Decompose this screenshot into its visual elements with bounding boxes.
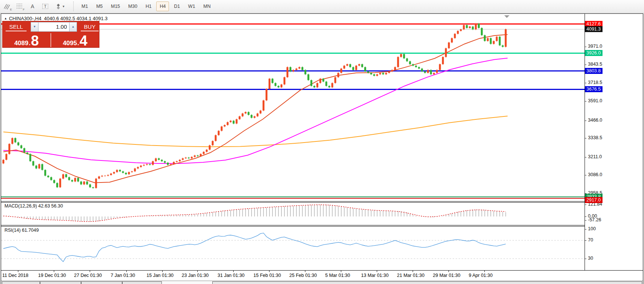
- chart-tab[interactable]: [212, 281, 642, 284]
- price-axis-label: 3971.0: [588, 44, 602, 49]
- candle-body: [385, 73, 387, 74]
- candle-body: [62, 174, 64, 179]
- candle-body: [287, 67, 289, 77]
- time-axis-tick: [449, 271, 449, 272]
- price-axis-tick: [585, 138, 586, 138]
- candle-body: [209, 145, 211, 150]
- price-axis-tick: [585, 229, 586, 230]
- timeframe-button-w1[interactable]: W1: [185, 1, 198, 11]
- macd-indicator-label: MACD(12,26,9) 42.63 56.30: [4, 203, 63, 209]
- buy-button[interactable]: BUY: [81, 24, 99, 31]
- timeframe-button-h1[interactable]: H1: [142, 1, 155, 11]
- rsi-pane[interactable]: [1, 227, 585, 270]
- timeframe-button-m1[interactable]: M1: [78, 1, 91, 11]
- collapse-triangle-icon[interactable]: ▲: [4, 17, 7, 20]
- time-axis-label: 27 Dec 01:30: [74, 273, 102, 278]
- timeframe-button-h4[interactable]: H4: [156, 1, 169, 11]
- candle-body: [406, 59, 408, 62]
- chart-symbol-header: ▲CHINA300-,H4 4040.6 4092.5 4034.1 4091.…: [4, 16, 108, 21]
- candle-body: [493, 41, 495, 44]
- fibonacci-grid-tool-button[interactable]: F: [14, 1, 25, 12]
- chart-tab[interactable]: [2, 281, 40, 284]
- sell-price[interactable]: 4089.8: [3, 32, 50, 48]
- symbol-period-label: CHINA300-,H4: [9, 16, 41, 21]
- price-axis-label: 70: [588, 237, 593, 243]
- price-badge-3676.5: 3676.5: [585, 86, 603, 92]
- candle-body: [65, 174, 67, 177]
- candle-body: [257, 113, 259, 116]
- time-axis-tick: [305, 271, 305, 272]
- candle-body: [469, 26, 471, 28]
- arrange-windows-button[interactable]: ▼: [52, 1, 68, 12]
- text-tool-icon: A: [31, 3, 34, 9]
- candle-body: [110, 174, 112, 175]
- time-axis-label: 29 Mar 01:30: [433, 273, 460, 278]
- candle-body: [68, 177, 70, 180]
- time-axis-tick: [341, 271, 341, 272]
- ellipse-draw-tool-button[interactable]: E: [1, 1, 13, 12]
- time-axis[interactable]: 11 Dec 201819 Dec 01:3027 Dec 01:307 Jan…: [1, 270, 643, 281]
- candle-body: [53, 180, 55, 183]
- candle-body: [89, 184, 91, 187]
- candle-body: [74, 178, 76, 182]
- candle-body: [59, 179, 61, 187]
- candle-body: [341, 69, 342, 73]
- time-axis-tick: [233, 271, 234, 272]
- candle-body: [185, 157, 187, 158]
- candle-body: [194, 156, 196, 157]
- candle-body: [251, 115, 253, 118]
- time-axis-label: 31 Jan 01:30: [218, 273, 244, 278]
- candle-body: [427, 70, 429, 73]
- timeframe-button-mn[interactable]: MN: [200, 1, 214, 11]
- grid-icon: [16, 3, 23, 9]
- price-axis-tick: [585, 240, 586, 241]
- timeframe-button-m5[interactable]: M5: [93, 1, 106, 11]
- price-axis-tick: [585, 175, 586, 175]
- macd-pane[interactable]: [1, 203, 585, 225]
- volume-input[interactable]: [38, 22, 69, 32]
- time-axis-tick: [54, 271, 54, 272]
- candle-body: [6, 154, 7, 160]
- price-axis-label: 3086.0: [588, 172, 602, 177]
- sell-button[interactable]: SELL: [6, 24, 27, 31]
- time-axis-label: 13 Mar 01:30: [361, 273, 389, 278]
- chart-tab[interactable]: [40, 281, 81, 284]
- candle-body: [239, 116, 241, 119]
- candle-body: [224, 125, 226, 127]
- price-axis-tick: [585, 101, 586, 102]
- candle-body: [463, 25, 465, 29]
- price-axis-label: 3843.5: [588, 62, 602, 67]
- candle-body: [460, 29, 462, 31]
- buy-price[interactable]: 4095.4: [51, 32, 99, 48]
- timeframe-button-d1[interactable]: D1: [170, 1, 183, 11]
- timeframe-buttons: M1M5M15M30H1H4D1W1MN: [77, 1, 215, 11]
- timeframe-button-m15[interactable]: M15: [108, 1, 123, 11]
- timeframe-button-m30[interactable]: M30: [125, 1, 141, 11]
- candle-body: [248, 112, 250, 115]
- price-axis[interactable]: 3971.03843.53718.53591.03466.03338.53211…: [585, 14, 643, 270]
- chart-tabs-bar[interactable]: [1, 281, 643, 284]
- candle-body: [38, 164, 40, 169]
- price-axis-label: 3466.0: [588, 118, 602, 123]
- time-axis-label: 21 Mar 01:30: [397, 273, 425, 278]
- chart-tab[interactable]: [81, 281, 122, 284]
- text-label-icon: T: [42, 4, 49, 9]
- candle-body: [293, 70, 295, 72]
- text-label-tool-button[interactable]: T: [40, 1, 51, 12]
- price-axis-label: 3591.0: [588, 98, 602, 103]
- candle-body: [400, 54, 402, 57]
- candle-body: [454, 34, 456, 38]
- text-tool-button[interactable]: A: [27, 1, 38, 12]
- chart-tab[interactable]: [122, 281, 162, 284]
- volume-increase-button[interactable]: ▲: [69, 22, 77, 32]
- time-axis-tick: [197, 271, 198, 272]
- candle-body: [155, 158, 157, 161]
- candle-body: [56, 183, 58, 187]
- chevron-up-icon: ▲: [72, 25, 75, 28]
- candle-body: [77, 178, 79, 182]
- last-bar-marker-icon[interactable]: [504, 15, 509, 18]
- volume-decrease-button[interactable]: ▼: [31, 22, 38, 32]
- candle-body: [260, 110, 262, 113]
- sell-price-dot: .: [29, 40, 31, 47]
- candle-body: [119, 170, 121, 171]
